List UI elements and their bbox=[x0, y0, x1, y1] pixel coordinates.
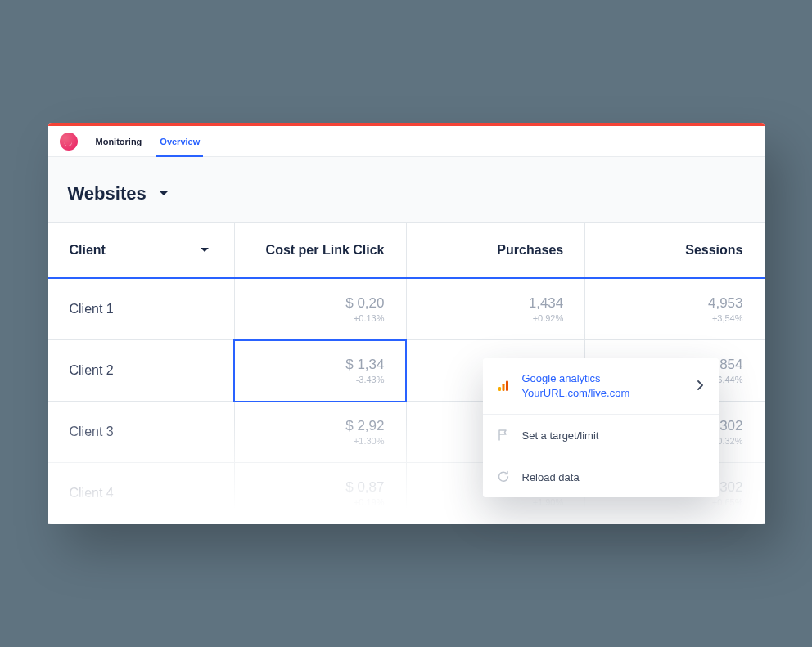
tab-monitoring[interactable]: Monitoring bbox=[96, 126, 142, 156]
cell-purchases[interactable]: 1,434 +0.92% bbox=[406, 278, 585, 340]
page-title: Websites bbox=[68, 183, 147, 204]
column-header-purchases[interactable]: Purchases bbox=[406, 223, 585, 279]
cell-client: Client 1 bbox=[48, 278, 235, 340]
menu-text: Google analytics YourURL.com/live.com bbox=[522, 371, 686, 401]
cell-cost[interactable]: $ 0,20 +0.13% bbox=[234, 278, 406, 340]
page-title-row: Websites bbox=[48, 183, 765, 222]
cell-value: 4,953 bbox=[607, 295, 742, 312]
cell-cost-selected[interactable]: $ 1,34 -3.43% bbox=[234, 340, 406, 402]
flag-icon bbox=[496, 428, 511, 443]
svg-rect-2 bbox=[506, 381, 508, 392]
column-header-cost[interactable]: Cost per Link Click bbox=[234, 223, 406, 279]
svg-rect-0 bbox=[498, 387, 501, 391]
cell-value: $ 0,87 bbox=[256, 479, 385, 496]
cell-sessions[interactable]: 4,953 +3,54% bbox=[585, 278, 765, 340]
column-header-sessions[interactable]: Sessions bbox=[585, 223, 765, 279]
table-row[interactable]: Client 1 $ 0,20 +0.13% 1,434 +0.92% 4,95… bbox=[48, 278, 765, 340]
cell-value: 1,434 bbox=[428, 295, 564, 312]
menu-analytics-url: YourURL.com/live.com bbox=[522, 386, 686, 401]
google-analytics-icon bbox=[496, 379, 511, 393]
svg-rect-1 bbox=[502, 384, 504, 391]
menu-text: Set a target/limit bbox=[522, 429, 704, 442]
cell-delta: +0.19% bbox=[256, 497, 385, 507]
cell-delta: +3,54% bbox=[607, 313, 742, 323]
cell-delta: +1.30% bbox=[256, 436, 385, 446]
menu-analytics-title: Google analytics bbox=[522, 372, 601, 384]
cell-delta: +0.92% bbox=[428, 313, 564, 323]
cell-delta: +1.90% bbox=[428, 497, 564, 507]
chevron-down-icon bbox=[158, 190, 169, 198]
page-title-dropdown[interactable] bbox=[158, 186, 169, 201]
menu-item-reload[interactable]: Reload data bbox=[483, 456, 719, 497]
cell-value: $ 2,92 bbox=[256, 418, 385, 434]
cell-client: Client 4 bbox=[48, 463, 235, 524]
tab-overview[interactable]: Overview bbox=[160, 126, 200, 156]
header: Monitoring Overview bbox=[48, 126, 765, 157]
cell-client: Client 2 bbox=[48, 340, 235, 402]
chevron-right-icon bbox=[697, 379, 704, 393]
cell-value: $ 1,34 bbox=[256, 357, 385, 373]
app-logo-icon bbox=[60, 133, 78, 151]
cell-delta: -3.43% bbox=[256, 375, 385, 384]
chevron-down-icon bbox=[200, 247, 210, 254]
cell-value: $ 0,20 bbox=[256, 295, 385, 312]
menu-item-google-analytics[interactable]: Google analytics YourURL.com/live.com bbox=[483, 358, 719, 415]
cell-cost[interactable]: $ 2,92 +1.30% bbox=[234, 402, 406, 463]
column-header-client[interactable]: Client bbox=[48, 223, 235, 279]
cell-client: Client 3 bbox=[48, 402, 235, 463]
context-menu: Google analytics YourURL.com/live.com Se… bbox=[483, 358, 719, 497]
cell-delta: +0,65% bbox=[607, 497, 742, 507]
menu-item-set-target[interactable]: Set a target/limit bbox=[483, 415, 719, 456]
app-window: Monitoring Overview Websites Client bbox=[48, 123, 765, 524]
cell-delta: +0.13% bbox=[256, 313, 385, 323]
cell-cost[interactable]: $ 0,87 +0.19% bbox=[234, 463, 406, 524]
reload-icon bbox=[496, 470, 511, 484]
column-header-client-label: Client bbox=[70, 243, 106, 258]
menu-text: Reload data bbox=[522, 471, 704, 483]
